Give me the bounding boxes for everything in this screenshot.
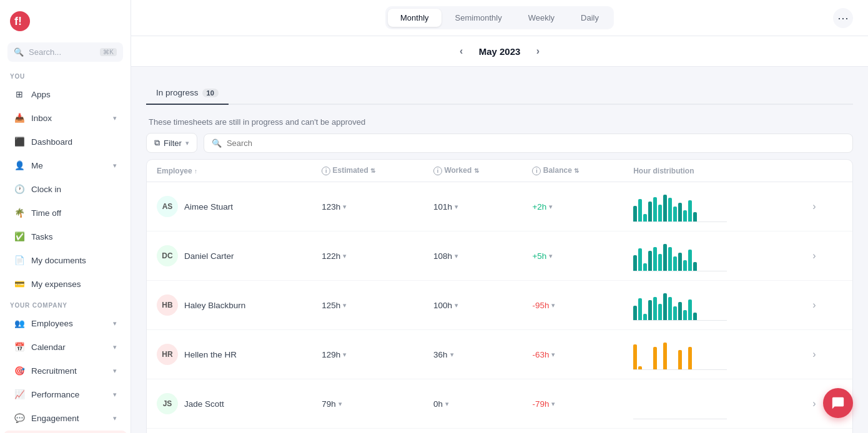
tab-label: In progress xyxy=(156,88,199,97)
more-options-button[interactable]: ⋯ xyxy=(833,8,853,28)
next-month-button[interactable]: › xyxy=(529,42,546,60)
table-row: JSJade Scott79h▾0h▾-79h▾› xyxy=(147,379,852,429)
chevron-down-icon[interactable]: ▾ xyxy=(338,400,342,408)
sidebar-item-calendar[interactable]: 📅 Calendar ▾ xyxy=(4,336,127,358)
tab-semimonthly[interactable]: Semimonthly xyxy=(443,9,515,27)
chevron-down-icon[interactable]: ▾ xyxy=(343,203,347,211)
sidebar-item-label: My expenses xyxy=(31,280,117,289)
chevron-down-icon[interactable]: ▾ xyxy=(343,301,347,309)
chevron-down-icon[interactable]: ▾ xyxy=(551,301,555,309)
worked-cell: 0h▾ xyxy=(423,379,522,429)
col-action xyxy=(796,160,852,182)
balance-cell: +5h▾ xyxy=(522,231,623,281)
sort-icon[interactable]: ⇅ xyxy=(574,167,579,174)
navigate-row-button[interactable]: › xyxy=(806,395,823,412)
chevron-down-icon[interactable]: ▾ xyxy=(445,400,449,408)
chat-fab[interactable] xyxy=(823,388,853,418)
factorial-logo: f! xyxy=(10,11,30,31)
sidebar-item-tasks[interactable]: ✅ Tasks xyxy=(4,225,127,248)
sidebar-item-inbox[interactable]: 📥 Inbox ▾ xyxy=(4,107,127,129)
chevron-down-icon[interactable]: ▾ xyxy=(455,203,458,211)
chart-cell xyxy=(623,281,796,330)
table-header-row: Employee ↑ i Estimated ⇅ i Worked ⇅ xyxy=(147,160,852,182)
employee-cell: HRHellen the HR xyxy=(147,330,312,379)
worked-value: 108h xyxy=(433,251,452,261)
docs-icon: 📄 xyxy=(14,255,25,266)
sidebar-item-employees[interactable]: 👥 Employees ▾ xyxy=(4,312,127,334)
estimated-cell: 129h▾ xyxy=(312,330,423,379)
worked-cell: 36h▾ xyxy=(423,330,522,379)
chevron-down-icon[interactable]: ▾ xyxy=(343,252,347,260)
prev-month-button[interactable]: ‹ xyxy=(453,42,470,60)
hour-distribution-chart xyxy=(633,191,727,222)
navigate-row-button[interactable]: › xyxy=(806,198,823,215)
filter-button[interactable]: ⧉ Filter ▾ xyxy=(146,133,197,153)
chat-icon xyxy=(831,396,845,410)
table-row: HRHellen the HR129h▾36h▾-63h▾› xyxy=(147,330,852,379)
sidebar-item-recruitment[interactable]: 🎯 Recruitment ▾ xyxy=(4,359,127,382)
chevron-down-icon[interactable]: ▾ xyxy=(551,351,555,359)
table-row: HBHaley Blackburn125h▾100h▾-95h▾› xyxy=(147,281,852,330)
filter-label: Filter xyxy=(164,139,182,148)
navigate-row-button[interactable]: › xyxy=(806,346,823,363)
chevron-down-icon: ▾ xyxy=(113,319,117,328)
tab-badge: 10 xyxy=(202,89,219,97)
sidebar-item-my-documents[interactable]: 📄 My documents xyxy=(4,249,127,271)
sidebar-item-time-off[interactable]: 🌴 Time off xyxy=(4,202,127,224)
tasks-icon: ✅ xyxy=(14,231,25,242)
sidebar-item-my-expenses[interactable]: 💳 My expenses xyxy=(4,273,127,295)
chevron-down-icon: ▾ xyxy=(113,114,117,122)
employees-table: Employee ↑ i Estimated ⇅ i Worked ⇅ xyxy=(146,159,853,433)
chevron-down-icon[interactable]: ▾ xyxy=(343,351,347,359)
estimated-cell: 122h▾ xyxy=(312,231,423,281)
balance-value: +5h xyxy=(532,251,546,261)
sidebar-item-clock-in[interactable]: 🕐 Clock in xyxy=(4,178,127,200)
tab-weekly[interactable]: Weekly xyxy=(516,9,567,27)
chevron-down-icon: ▾ xyxy=(113,367,117,375)
sidebar-item-me[interactable]: 👤 Me ▾ xyxy=(4,154,127,177)
table-search[interactable]: 🔍 xyxy=(204,134,853,153)
sidebar-item-label: Engagement xyxy=(31,414,107,423)
avatar: DC xyxy=(157,245,178,266)
sidebar-item-engagement[interactable]: 💬 Engagement ▾ xyxy=(4,407,127,429)
filter-icon: ⧉ xyxy=(154,138,160,148)
estimated-value: 79h xyxy=(322,399,336,409)
chevron-down-icon: ▾ xyxy=(113,391,117,399)
chevron-down-icon[interactable]: ▾ xyxy=(551,400,555,408)
employee-name: Daniel Carter xyxy=(184,251,234,261)
chevron-down-icon: ▾ xyxy=(185,139,189,147)
sort-icon[interactable]: ↑ xyxy=(194,168,197,175)
search-bar[interactable]: 🔍 Search... ⌘K xyxy=(7,42,123,62)
navigate-row-button[interactable]: › xyxy=(806,296,823,314)
tab-in-progress[interactable]: In progress 10 xyxy=(146,82,229,105)
header: Monthly Semimonthly Weekly Daily ⋯ xyxy=(131,0,868,36)
employee-cell: JSJade Scott xyxy=(147,379,312,429)
col-balance: i Balance ⇅ xyxy=(522,160,623,182)
chevron-down-icon[interactable]: ▾ xyxy=(455,301,458,309)
expenses-icon: 💳 xyxy=(14,278,25,289)
worked-value: 0h xyxy=(433,399,443,409)
chevron-down-icon[interactable]: ▾ xyxy=(549,203,553,211)
balance-value: +2h xyxy=(532,202,546,212)
search-input[interactable] xyxy=(227,139,845,148)
sidebar-item-time-tracking[interactable]: ⏱ Time tracking xyxy=(4,431,127,433)
sort-icon[interactable]: ⇅ xyxy=(370,167,375,174)
sort-icon[interactable]: ⇅ xyxy=(474,167,479,174)
employee-name: Hellen the HR xyxy=(184,350,237,359)
chevron-down-icon[interactable]: ▾ xyxy=(455,252,458,260)
sidebar-item-dashboard[interactable]: ⬛ Dashboard xyxy=(4,130,127,153)
sidebar-item-performance[interactable]: 📈 Performance ▾ xyxy=(4,383,127,406)
estimated-cell: 123h▾ xyxy=(312,182,423,231)
chevron-down-icon[interactable]: ▾ xyxy=(450,351,454,359)
current-month-label: May 2023 xyxy=(479,46,521,57)
tab-monthly[interactable]: Monthly xyxy=(388,9,441,27)
content-area: In progress 10 These timesheets are stil… xyxy=(131,67,868,433)
search-icon: 🔍 xyxy=(14,47,24,57)
sidebar-item-label: Tasks xyxy=(31,232,117,241)
tab-daily[interactable]: Daily xyxy=(568,9,611,27)
sidebar-item-apps[interactable]: ⊞ Apps xyxy=(4,83,127,105)
estimated-value: 125h xyxy=(322,301,340,310)
avatar: HB xyxy=(157,294,178,316)
chevron-down-icon[interactable]: ▾ xyxy=(549,252,553,260)
navigate-row-button[interactable]: › xyxy=(806,247,823,265)
